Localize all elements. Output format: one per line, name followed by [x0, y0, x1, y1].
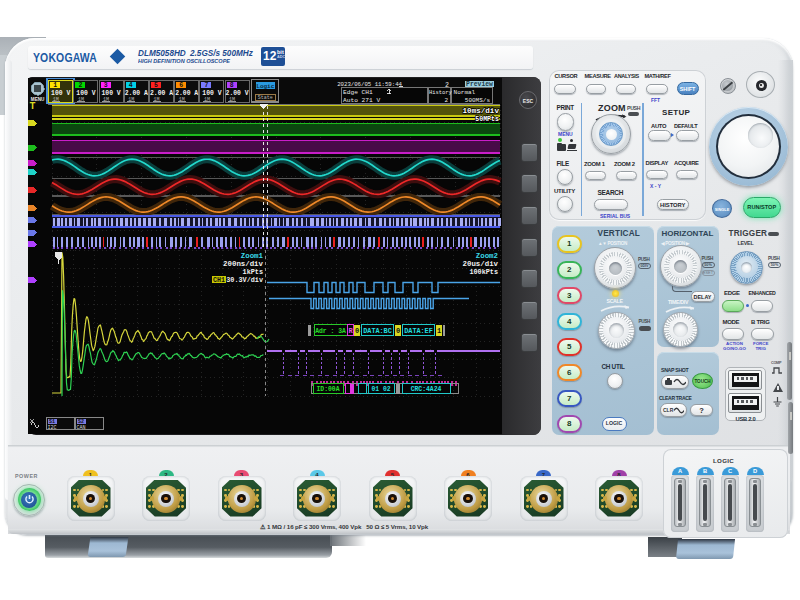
svg-text:CAN: CAN — [77, 425, 86, 431]
svg-text:DATA:BC: DATA:BC — [363, 327, 392, 335]
svg-text:History: History — [429, 90, 452, 96]
svg-text:100 V: 100 V — [202, 90, 221, 97]
svg-text:1: 1 — [53, 82, 57, 89]
svg-text:2.00 A: 2.00 A — [175, 90, 198, 97]
svg-text:1: 1 — [437, 327, 441, 335]
svg-text:Auto 271 V: Auto 271 V — [343, 97, 380, 104]
svg-text:2: 2 — [444, 97, 448, 104]
svg-text:01 02: 01 02 — [371, 386, 390, 393]
svg-text:100 V: 100 V — [102, 90, 121, 97]
svg-text:Normal: Normal — [454, 89, 476, 96]
svg-text:30.3V/div: 30.3V/div — [226, 276, 263, 284]
svg-text:Zoom2: Zoom2 — [476, 252, 498, 260]
svg-text:2.00 A: 2.00 A — [150, 90, 173, 97]
svg-text:2: 2 — [78, 82, 82, 89]
svg-text:ID:00A: ID:00A — [316, 386, 339, 393]
svg-text:5: 5 — [154, 82, 158, 89]
svg-text:CRC:4A24: CRC:4A24 — [411, 386, 442, 393]
svg-text:T: T — [30, 101, 36, 112]
svg-text:50MPts: 50MPts — [475, 116, 499, 123]
svg-text:100 V: 100 V — [51, 90, 70, 97]
svg-text:100 V: 100 V — [76, 90, 95, 97]
svg-text:4: 4 — [129, 82, 133, 89]
svg-text:Zoom1: Zoom1 — [241, 252, 264, 260]
svg-text:CH1: CH1 — [213, 277, 225, 284]
svg-text:State: State — [258, 95, 273, 101]
svg-text:0: 0 — [396, 327, 400, 335]
svg-text:10ms/div: 10ms/div — [463, 107, 500, 115]
svg-text:0: 0 — [355, 327, 359, 335]
svg-text:7: 7 — [204, 82, 208, 89]
svg-text:2.00 A: 2.00 A — [125, 90, 148, 97]
svg-text:2.00 V: 2.00 V — [226, 90, 249, 97]
svg-text:Adr : 3A: Adr : 3A — [315, 328, 346, 335]
svg-text:100kPts: 100kPts — [469, 268, 498, 276]
svg-text:500MS/s: 500MS/s — [465, 97, 491, 104]
svg-text:Edge CH1: Edge CH1 — [343, 89, 373, 96]
svg-text:I2C: I2C — [48, 425, 57, 431]
svg-text:8: 8 — [230, 82, 234, 89]
svg-text:6: 6 — [179, 82, 183, 89]
svg-text:DATA:EF: DATA:EF — [404, 327, 433, 335]
svg-text:Logic: Logic — [256, 83, 274, 90]
svg-text:3: 3 — [104, 82, 108, 89]
svg-text:1kPts: 1kPts — [243, 268, 263, 276]
